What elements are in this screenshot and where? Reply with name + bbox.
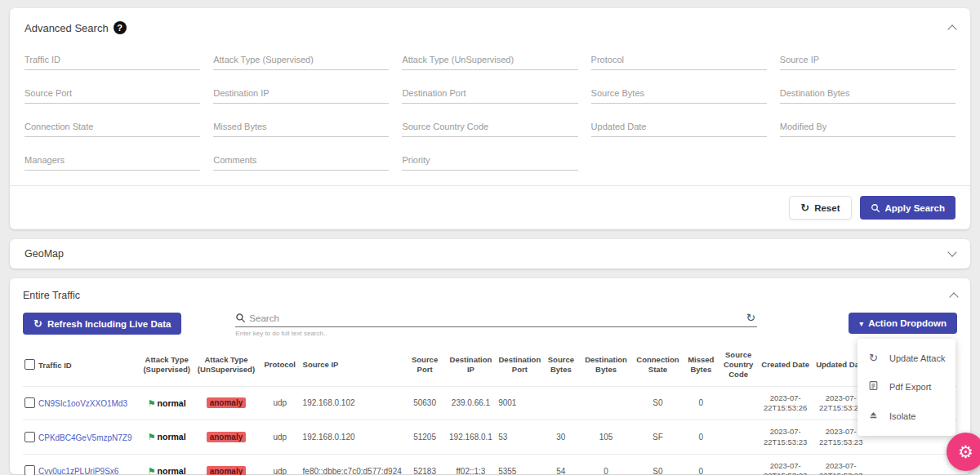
missed-bytes-input[interactable] bbox=[213, 118, 389, 137]
connection-state-value: S0 bbox=[633, 455, 683, 475]
entire-traffic-panel: Entire Traffic ↻ Refresh Including Live … bbox=[10, 278, 970, 474]
col-created-date: Created Date bbox=[758, 347, 813, 386]
col-source-port: Source Port bbox=[404, 347, 444, 386]
chevron-up-icon[interactable] bbox=[949, 292, 958, 301]
action-dropdown-button[interactable]: ▾ Action Dropdown bbox=[849, 313, 957, 334]
destination-ip-input[interactable] bbox=[213, 84, 389, 104]
field-destination-port bbox=[402, 84, 577, 104]
col-source-ip: Source IP bbox=[301, 347, 405, 386]
anomaly-badge: anomaly bbox=[207, 466, 247, 475]
help-icon[interactable]: ? bbox=[114, 21, 127, 34]
gear-icon: ⚙ bbox=[958, 442, 973, 462]
select-all-checkbox[interactable] bbox=[24, 359, 35, 370]
flag-icon: ⚑ bbox=[148, 398, 156, 408]
entire-traffic-title: Entire Traffic bbox=[23, 290, 80, 301]
eject-icon bbox=[867, 410, 880, 423]
action-dropdown-label: Action Dropdown bbox=[868, 318, 947, 328]
source-bytes-value: 30 bbox=[543, 420, 580, 455]
source-bytes-input[interactable] bbox=[591, 84, 767, 104]
chevron-up-icon[interactable] bbox=[947, 24, 956, 33]
refresh-table-icon[interactable]: ↻ bbox=[746, 311, 755, 324]
advanced-search-form bbox=[24, 51, 956, 171]
attack-type-supervised-input[interactable] bbox=[213, 51, 389, 70]
col-destination-ip: Destination IP bbox=[445, 347, 497, 386]
destination-port-value: 5355 bbox=[497, 455, 542, 475]
modified-by-input[interactable] bbox=[780, 118, 956, 137]
traffic-id-link[interactable]: CN9SIc1ooVzXXO1Md3 bbox=[38, 399, 127, 408]
settings-fab[interactable]: ⚙ bbox=[947, 433, 980, 471]
managers-input[interactable] bbox=[24, 151, 200, 171]
destination-bytes-input[interactable] bbox=[780, 84, 956, 104]
col-connection-state: Connection State bbox=[633, 347, 683, 386]
updated-date-input[interactable] bbox=[591, 118, 767, 137]
update-refresh-icon: ↻ bbox=[867, 352, 880, 364]
destination-port-input[interactable] bbox=[402, 84, 577, 104]
source-country-value bbox=[719, 420, 758, 455]
destination-bytes-value: 105 bbox=[579, 420, 633, 455]
search-hint: Enter key to do full text search.. bbox=[235, 330, 757, 337]
connection-state-input[interactable] bbox=[24, 118, 200, 137]
created-date-value: 2023-07-22T15:53:26 bbox=[758, 386, 813, 420]
pdf-icon bbox=[867, 380, 880, 393]
apply-search-button[interactable]: Apply Search bbox=[860, 196, 956, 220]
protocol-value: udp bbox=[259, 420, 301, 455]
flag-icon: ⚑ bbox=[148, 432, 156, 442]
source-port-value: 51205 bbox=[404, 420, 444, 455]
missed-bytes-value: 0 bbox=[683, 420, 719, 455]
menu-item-update-attack[interactable]: ↻ Update Attack bbox=[858, 344, 956, 372]
comments-input[interactable] bbox=[213, 151, 389, 171]
row-checkbox[interactable] bbox=[24, 465, 35, 475]
traffic-id-link[interactable]: Cvv0uc1zPLUriP9Sx6 bbox=[38, 467, 118, 475]
traffic-id-input[interactable] bbox=[24, 51, 200, 70]
destination-ip-value: 192.168.0.1 bbox=[445, 420, 497, 455]
menu-item-pdf-export[interactable]: Pdf Export bbox=[858, 372, 956, 402]
field-missed-bytes bbox=[213, 118, 389, 137]
row-checkbox[interactable] bbox=[24, 397, 35, 408]
col-attack-type-unsupervised: Attack Type (UnSupervised) bbox=[194, 347, 259, 386]
table-row[interactable]: CPKdBC4GeV5mzpN7Z9 ⚑normal anomaly udp 1… bbox=[23, 420, 957, 455]
isolate-label: Isolate bbox=[889, 411, 915, 421]
priority-input[interactable] bbox=[402, 151, 577, 171]
pdf-export-label: Pdf Export bbox=[889, 382, 931, 392]
field-source-country-code bbox=[402, 118, 577, 137]
protocol-input[interactable] bbox=[591, 51, 767, 70]
attack-type-unsupervised-input[interactable] bbox=[402, 51, 577, 70]
reset-refresh-icon: ↻ bbox=[800, 202, 809, 213]
geomap-panel[interactable]: GeoMap bbox=[10, 239, 970, 269]
caret-down-icon: ▾ bbox=[859, 319, 863, 328]
source-ip-input[interactable] bbox=[780, 51, 956, 70]
search-icon bbox=[871, 203, 880, 213]
table-row[interactable]: Cvv0uc1zPLUriP9Sx6 ⚑normal anomaly udp f… bbox=[23, 455, 957, 475]
row-checkbox[interactable] bbox=[24, 432, 35, 442]
col-source-country-code: Source Country Code bbox=[719, 347, 758, 386]
update-attack-label: Update Attack bbox=[889, 353, 946, 363]
table-row[interactable]: CN9SIc1ooVzXXO1Md3 ⚑normal anomaly udp 1… bbox=[23, 386, 957, 420]
connection-state-value: S0 bbox=[633, 386, 683, 420]
traffic-table: Traffic ID Attack Type (Supervised) Atta… bbox=[23, 347, 957, 475]
refresh-live-data-button[interactable]: ↻ Refresh Including Live Data bbox=[23, 313, 181, 335]
supervised-value: normal bbox=[158, 466, 186, 475]
source-port-input[interactable] bbox=[24, 84, 200, 104]
protocol-value: udp bbox=[259, 455, 301, 475]
traffic-id-link[interactable]: CPKdBC4GeV5mzpN7Z9 bbox=[38, 433, 132, 442]
col-attack-type-supervised: Attack Type (Supervised) bbox=[140, 347, 194, 386]
anomaly-badge: anomaly bbox=[207, 397, 247, 408]
connection-state-value: SF bbox=[633, 420, 683, 455]
source-country-code-input[interactable] bbox=[402, 118, 577, 137]
field-connection-state bbox=[24, 118, 200, 137]
table-search-input[interactable] bbox=[249, 313, 757, 323]
source-bytes-value bbox=[543, 386, 580, 420]
chevron-down-icon[interactable] bbox=[947, 247, 956, 256]
reset-button[interactable]: ↻ Reset bbox=[789, 196, 851, 220]
table-search: Enter key to do full text search.. ↻ bbox=[235, 313, 757, 337]
anomaly-badge: anomaly bbox=[207, 432, 247, 442]
flag-icon: ⚑ bbox=[148, 466, 156, 475]
apply-search-label: Apply Search bbox=[885, 203, 946, 213]
field-updated-date bbox=[591, 118, 767, 137]
menu-item-isolate[interactable]: Isolate bbox=[858, 402, 956, 431]
created-date-value: 2023-07-22T15:53:23 bbox=[758, 420, 813, 455]
destination-bytes-value: 0 bbox=[579, 455, 633, 475]
field-destination-ip bbox=[213, 84, 389, 104]
missed-bytes-value: 0 bbox=[683, 455, 719, 475]
source-ip-value: 192.168.0.120 bbox=[301, 420, 405, 455]
